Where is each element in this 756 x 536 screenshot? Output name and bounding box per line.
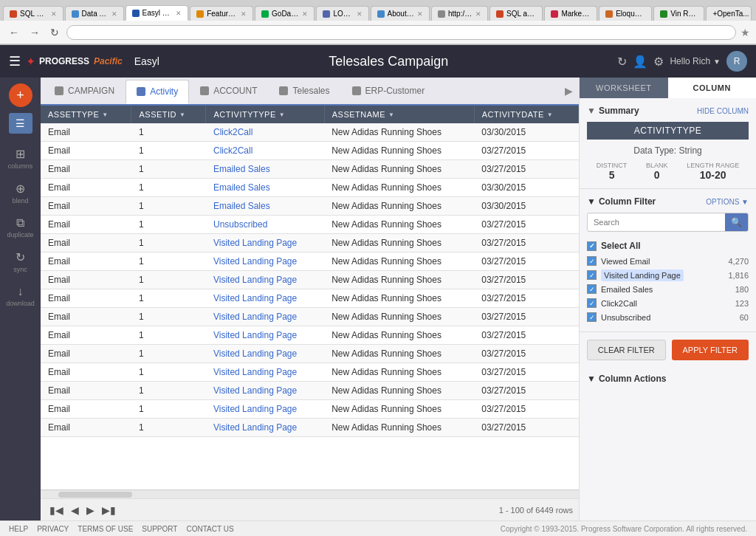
table-cell-activitytype[interactable]: Visited Landing Page bbox=[206, 382, 324, 400]
table-cell-activitytype[interactable]: Visited Landing Page bbox=[206, 400, 324, 419]
filter-options-button[interactable]: OPTIONS ▼ bbox=[706, 198, 749, 206]
col-header-activitydate[interactable]: ACTIVITYDATE ▼ bbox=[474, 106, 578, 123]
user-greeting[interactable]: Hello Rich ▼ bbox=[670, 56, 721, 66]
tab-close-icon[interactable]: ✕ bbox=[51, 10, 57, 18]
browser-tab-eloqua[interactable]: Eloqua T... bbox=[599, 6, 652, 21]
hamburger-icon[interactable]: ☰ bbox=[9, 53, 21, 69]
footer-privacy-link[interactable]: PRIVACY bbox=[37, 525, 69, 533]
col-header-assettype[interactable]: ASSETTYPE ▼ bbox=[41, 106, 131, 123]
footer-contact-link[interactable]: CONTACT US bbox=[186, 525, 233, 533]
filter-item-checkbox[interactable] bbox=[587, 298, 597, 308]
sidebar-item-blend[interactable]: ⊕ blend bbox=[0, 177, 41, 209]
address-input[interactable]: https://login.easyl.progress.com/pf/grou… bbox=[66, 25, 736, 40]
browser-tab-easyl[interactable]: Easyl Wo... ✕ bbox=[126, 5, 189, 21]
browser-tab-login[interactable]: LOG IN ✕ bbox=[316, 6, 368, 21]
panel-tab-worksheet[interactable]: WORKSHEET bbox=[580, 78, 668, 98]
table-cell-activitytype[interactable]: Visited Landing Page bbox=[206, 345, 324, 363]
table-cell-activitytype[interactable]: Emailed Sales bbox=[206, 197, 324, 216]
scrollbar-thumb[interactable] bbox=[58, 492, 132, 498]
browser-tab-http[interactable]: http://si... ✕ bbox=[431, 6, 488, 21]
back-button[interactable]: ← bbox=[6, 25, 22, 40]
telesales-tab-icon bbox=[279, 86, 288, 95]
apply-filter-button[interactable]: APPLY FILTER bbox=[672, 340, 749, 360]
first-page-button[interactable]: ▮◀ bbox=[47, 503, 66, 518]
browser-tab-about[interactable]: About U... ✕ bbox=[371, 6, 430, 21]
table-cell-activitytype[interactable]: Visited Landing Page bbox=[206, 271, 324, 289]
sidebar-item-sync[interactable]: ↻ sync bbox=[0, 246, 41, 278]
filter-item[interactable]: Viewed Email4,270 bbox=[587, 254, 749, 268]
horizontal-scrollbar[interactable] bbox=[41, 489, 579, 498]
tab-close-icon[interactable]: ✕ bbox=[176, 10, 182, 17]
sidebar-item-duplicate[interactable]: ⧉ duplicate bbox=[0, 212, 41, 243]
refresh-icon-button[interactable]: ↻ bbox=[617, 55, 627, 69]
panel-tab-column[interactable]: COLUMN bbox=[668, 78, 757, 98]
hide-column-button[interactable]: HIDE COLUMN bbox=[697, 107, 749, 115]
table-cell-activitytype[interactable]: Click2Call bbox=[206, 123, 324, 142]
tab-erp[interactable]: ERP-Customer bbox=[341, 79, 436, 103]
filter-item[interactable]: Visited Landing Page1,816 bbox=[587, 268, 749, 282]
prev-page-button[interactable]: ◀ bbox=[68, 503, 82, 518]
clear-filter-button[interactable]: CLEAR FILTER bbox=[587, 340, 666, 360]
table-cell-activitytype[interactable]: Click2Call bbox=[206, 142, 324, 160]
filter-search-input[interactable] bbox=[588, 214, 725, 230]
tab-collapse-button[interactable]: ▶ bbox=[562, 82, 576, 100]
browser-tab-open[interactable]: +OpenTa... bbox=[706, 6, 752, 21]
col-header-assetid[interactable]: ASSETID ▼ bbox=[131, 106, 206, 123]
footer-help-link[interactable]: HELP bbox=[9, 525, 28, 533]
filter-item-checkbox[interactable] bbox=[587, 284, 597, 294]
browser-tab-vin[interactable]: Vin Rou... bbox=[653, 6, 704, 21]
browser-tab-features[interactable]: Features:... ✕ bbox=[190, 6, 253, 21]
tab-close-icon[interactable]: ✕ bbox=[475, 10, 481, 18]
footer-copyright: Copyright © 1993-2015. Progress Software… bbox=[501, 525, 747, 533]
browser-tab-sql2[interactable]: SQL and... bbox=[489, 6, 543, 21]
table-cell-activitytype[interactable]: Visited Landing Page bbox=[206, 308, 324, 326]
select-all-row[interactable]: Select All bbox=[587, 238, 749, 254]
browser-tab-data[interactable]: Data An... ✕ bbox=[65, 6, 124, 21]
user-icon-button[interactable]: 👤 bbox=[633, 55, 647, 69]
tab-account[interactable]: ACCOUNT bbox=[189, 79, 268, 103]
table-cell-activitytype[interactable]: Visited Landing Page bbox=[206, 419, 324, 437]
table-cell-activitytype[interactable]: Visited Landing Page bbox=[206, 252, 324, 271]
tab-close-icon[interactable]: ✕ bbox=[241, 10, 247, 18]
add-button[interactable]: + bbox=[9, 83, 32, 107]
table-cell-activitytype[interactable]: Visited Landing Page bbox=[206, 289, 324, 308]
tab-campaign[interactable]: CAMPAIGN bbox=[44, 79, 126, 103]
tab-close-icon[interactable]: ✕ bbox=[357, 10, 362, 18]
tab-telesales[interactable]: Telesales bbox=[268, 79, 340, 103]
filter-item[interactable]: Unsubscribed60 bbox=[587, 310, 749, 324]
browser-tab-sql[interactable]: SQL Ser... ✕ bbox=[3, 6, 63, 21]
browser-tab-godaddy[interactable]: GoDadd... ✕ bbox=[255, 6, 315, 21]
last-page-button[interactable]: ▶▮ bbox=[99, 503, 119, 518]
forward-button[interactable]: → bbox=[27, 25, 43, 40]
col-header-activitytype[interactable]: ACTIVITYTYPE ▼ bbox=[206, 106, 324, 123]
table-cell-activitytype[interactable]: Visited Landing Page bbox=[206, 326, 324, 345]
filter-search-button[interactable]: 🔍 bbox=[725, 213, 748, 231]
table-cell-activitytype[interactable]: Visited Landing Page bbox=[206, 363, 324, 382]
browser-tab-marketing[interactable]: Marketin... bbox=[544, 6, 597, 21]
table-cell-activitytype[interactable]: Emailed Sales bbox=[206, 179, 324, 197]
footer-terms-link[interactable]: TERMS OF USE bbox=[78, 525, 133, 533]
tab-activity[interactable]: Activity bbox=[126, 80, 189, 104]
next-page-button[interactable]: ▶ bbox=[83, 503, 97, 518]
sidebar-menu-button[interactable]: ☰ bbox=[9, 113, 32, 134]
filter-item[interactable]: Emailed Sales180 bbox=[587, 282, 749, 296]
bookmark-star-icon[interactable]: ★ bbox=[740, 27, 750, 38]
tab-close-icon[interactable]: ✕ bbox=[417, 10, 423, 18]
filter-item-checkbox[interactable] bbox=[587, 312, 597, 322]
filter-item-checkbox[interactable] bbox=[587, 256, 597, 266]
sidebar-item-columns[interactable]: ⊞ columns bbox=[0, 142, 41, 174]
sidebar-item-download[interactable]: ↓ download bbox=[0, 281, 41, 312]
footer-support-link[interactable]: SUPPORT bbox=[142, 525, 177, 533]
filter-item[interactable]: Click2Call123 bbox=[587, 296, 749, 310]
col-header-assetname[interactable]: ASSETNAME ▼ bbox=[324, 106, 474, 123]
filter-item-checkbox[interactable] bbox=[587, 270, 597, 280]
tab-close-icon[interactable]: ✕ bbox=[111, 10, 117, 18]
reload-button[interactable]: ↻ bbox=[47, 25, 62, 40]
tab-close-icon[interactable]: ✕ bbox=[302, 10, 308, 18]
settings-icon-button[interactable]: ⚙ bbox=[653, 55, 664, 69]
select-all-checkbox[interactable] bbox=[587, 241, 597, 251]
table-cell-activitytype[interactable]: Unsubscribed bbox=[206, 216, 324, 234]
table-cell-activitytype[interactable]: Visited Landing Page bbox=[206, 234, 324, 252]
table-cell-activitytype[interactable]: Emailed Sales bbox=[206, 160, 324, 179]
user-avatar[interactable]: R bbox=[726, 51, 747, 72]
